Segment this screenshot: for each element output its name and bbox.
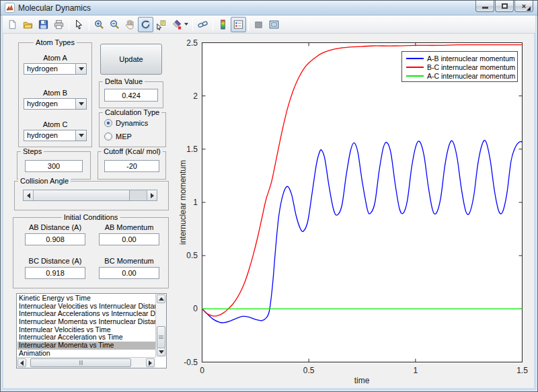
atom-a-dropdown-button[interactable] — [75, 64, 86, 74]
vertical-scroll-thumb[interactable] — [157, 326, 165, 348]
y-tick-label: -0.5 — [172, 358, 198, 367]
zoom-out-icon — [109, 19, 120, 30]
window-frame-bottom — [1, 388, 537, 391]
legend-entry: B-C internuclear momentum — [406, 63, 517, 71]
legend-line-sample — [406, 75, 424, 77]
toolbar-separator — [192, 18, 193, 31]
scroll-right-button[interactable] — [146, 358, 155, 367]
scroll-left-button[interactable] — [17, 358, 26, 367]
maximize-icon — [502, 3, 508, 9]
list-item[interactable]: Animation — [17, 350, 155, 357]
plot-canvas — [202, 42, 523, 363]
cutoff-field[interactable]: -20 — [104, 160, 159, 172]
brush-data-button[interactable] — [169, 17, 184, 32]
slider-thumb[interactable] — [34, 190, 130, 200]
list-item[interactable]: Kinetic Energy vs Time — [17, 295, 155, 303]
list-item[interactable]: Internuclear Accelerations vs Internucle… — [17, 310, 155, 318]
update-button[interactable]: Update — [100, 44, 162, 75]
insert-colorbar-button[interactable] — [215, 17, 231, 32]
arrow-right-icon — [151, 193, 154, 198]
toolbar-separator — [69, 18, 69, 31]
atom-a-select[interactable]: hydrogen — [24, 63, 87, 75]
thumb-grip-icon — [79, 360, 83, 365]
edit-plot-button[interactable] — [71, 17, 87, 32]
rotate-3d-button[interactable] — [138, 17, 153, 32]
y-tick-label: 0 — [172, 304, 198, 313]
toolbar-separator — [248, 18, 249, 31]
delta-value-field[interactable]: 0.424 — [104, 89, 158, 102]
vertical-scrollbar[interactable] — [155, 294, 166, 357]
data-cursor-button[interactable] — [153, 17, 169, 32]
figure-toolbar — [3, 15, 535, 34]
close-icon: × — [522, 3, 526, 10]
steps-title: Steps — [21, 147, 44, 156]
bc-distance-label: BC Distance (A) — [18, 257, 92, 265]
ab-distance-field[interactable]: 0.908 — [25, 233, 85, 245]
save-button[interactable] — [36, 17, 51, 32]
scroll-down-button[interactable] — [157, 348, 165, 356]
collision-angle-slider[interactable] — [23, 190, 157, 201]
y-tick-label: 2 — [172, 91, 198, 101]
slider-right-arrow[interactable] — [147, 190, 157, 200]
chevron-down-icon — [79, 67, 84, 71]
x-tick-label: 1 — [402, 366, 429, 375]
matlab-app-icon — [5, 3, 15, 13]
atom-b-select[interactable]: hydrogen — [24, 98, 87, 110]
slider-left-arrow[interactable] — [24, 190, 34, 200]
scroll-up-button[interactable] — [157, 295, 165, 303]
show-plot-tools-button[interactable] — [266, 17, 282, 32]
open-file-button[interactable] — [20, 17, 36, 32]
link-plot-button[interactable] — [195, 17, 210, 32]
show-plot-tools-dock-icon — [268, 19, 280, 30]
toolbar-overflow-icon[interactable]: ◢ — [527, 6, 531, 11]
legend-entries: A-B internuclear momentumB-C internuclea… — [406, 54, 517, 81]
ab-momentum-field[interactable]: 0.00 — [99, 233, 159, 245]
legend-line-sample — [406, 58, 424, 59]
zoom-in-button[interactable] — [91, 17, 107, 32]
list-item[interactable]: Internulear Velocities vs Time — [17, 326, 155, 334]
new-file-icon — [7, 19, 18, 30]
hide-plot-tools-button[interactable] — [251, 17, 266, 32]
steps-field[interactable]: 300 — [25, 160, 83, 172]
list-item[interactable]: Internuclear Momenta vs Time — [17, 342, 155, 350]
print-button[interactable] — [51, 17, 67, 32]
dynamics-radio-label: Dynamics — [116, 119, 148, 127]
horizontal-scroll-thumb[interactable] — [30, 358, 131, 367]
brush-dropdown-caret-icon[interactable] — [184, 23, 188, 26]
new-file-button[interactable] — [5, 17, 20, 32]
x-tick-label: 1.5 — [509, 366, 536, 375]
legend[interactable]: A-B internuclear momentumB-C internuclea… — [401, 51, 518, 82]
y-tick-label: 0.5 — [172, 251, 198, 260]
listbox-items: Kinetic Energy vs TimeInternuclear Veloc… — [17, 295, 155, 357]
horizontal-scrollbar[interactable] — [17, 357, 155, 368]
atom-c-select[interactable]: hydrogen — [24, 130, 87, 141]
pan-hand-icon — [124, 19, 136, 30]
title-bar[interactable]: Molecular Dynamics × — [1, 1, 537, 15]
dynamics-radio[interactable] — [104, 119, 112, 127]
legend-icon — [233, 19, 244, 30]
ab-distance-label: AB Distance (A) — [18, 223, 92, 231]
atom-c-dropdown-button[interactable] — [75, 130, 86, 141]
pan-button[interactable] — [122, 17, 138, 32]
thumb-grip-icon — [159, 336, 163, 339]
minimize-button[interactable] — [475, 1, 494, 12]
bc-momentum-field[interactable]: 0.00 — [99, 267, 159, 279]
list-item[interactable]: Internuclear Momenta vs Internuclear Dis… — [17, 318, 155, 326]
bc-distance-field[interactable]: 0.918 — [25, 267, 85, 279]
maximize-button[interactable] — [495, 1, 514, 12]
save-icon — [38, 19, 49, 30]
ab-momentum-label: AB Momentum — [92, 223, 166, 231]
atom-b-dropdown-button[interactable] — [75, 99, 86, 109]
list-item[interactable]: Internuclear Acceleration vs Time — [17, 334, 155, 342]
legend-entry: A-C internuclear momentum — [406, 72, 517, 81]
zoom-out-button[interactable] — [107, 17, 122, 32]
plot-selection-listbox[interactable]: Kinetic Energy vs TimeInternuclear Veloc… — [16, 293, 167, 368]
insert-legend-button[interactable] — [231, 17, 246, 32]
list-item[interactable]: Internuclear Velocities vs Internuclear … — [17, 303, 155, 311]
mep-radio[interactable] — [104, 132, 112, 141]
arrow-left-icon — [20, 360, 24, 366]
atom-a-value: hydrogen — [24, 64, 75, 74]
app-window: Molecular Dynamics × — [0, 0, 538, 392]
open-folder-icon — [22, 19, 34, 30]
minimize-icon — [482, 7, 488, 9]
